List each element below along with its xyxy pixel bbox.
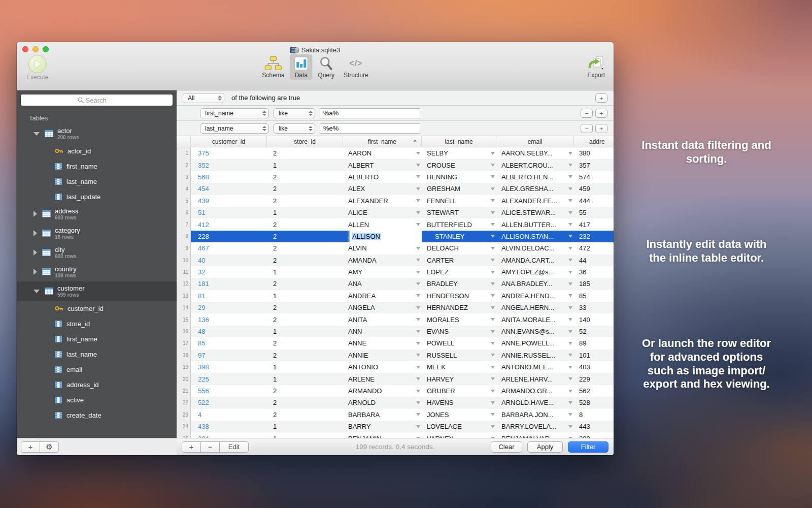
cell-dropdown-icon[interactable]	[491, 330, 495, 333]
cell-store-id[interactable]: 2	[267, 278, 343, 290]
cell-customer-id[interactable]: 375	[191, 147, 267, 159]
disclosure-triangle-icon[interactable]	[33, 269, 37, 275]
cell-address-id[interactable]: 229	[574, 373, 614, 385]
clear-button[interactable]: Clear	[491, 441, 522, 453]
filter-value-input[interactable]	[320, 123, 420, 134]
cell-dropdown-icon[interactable]	[416, 247, 420, 250]
cell-email[interactable]: AMANDA.CART...	[496, 255, 574, 266]
cell-address-id[interactable]: 459	[574, 183, 614, 195]
cell-address-id[interactable]: 443	[574, 421, 614, 432]
cell-first-name[interactable]: ANN	[343, 326, 422, 337]
cell-email[interactable]: ANGELA.HERN...	[496, 302, 574, 313]
cell-customer-id[interactable]: 32	[191, 266, 267, 278]
cell-first-name[interactable]: ALEX	[343, 183, 422, 195]
cell-email[interactable]: ANDREA.HEND...	[496, 290, 574, 302]
table-row[interactable]: 23 4 2 BARBARA JONES BARBARA.JON... 8	[177, 409, 614, 421]
cell-last-name[interactable]: JONES	[422, 409, 496, 421]
cell-dropdown-icon[interactable]	[491, 342, 495, 345]
cell-dropdown-icon[interactable]	[416, 366, 420, 369]
cell-email[interactable]: ALBERT.CROU...	[496, 159, 574, 171]
cell-last-name[interactable]: VARNEY	[422, 432, 496, 438]
cell-email[interactable]: ALEX.GRESHA...	[496, 183, 574, 195]
cell-address-id[interactable]: 389	[574, 432, 614, 438]
cell-dropdown-icon[interactable]	[568, 259, 572, 262]
cell-last-name[interactable]: FENNELL	[422, 195, 496, 207]
cell-address-id[interactable]: 33	[574, 302, 614, 313]
cell-customer-id[interactable]: 181	[191, 278, 267, 290]
sidebar-column-item[interactable]: customer_id	[17, 301, 177, 316]
inline-cell-editor[interactable]: ALLISON	[349, 231, 422, 242]
cell-store-id[interactable]: 2	[267, 385, 343, 397]
cell-dropdown-icon[interactable]	[491, 377, 495, 380]
cell-first-name[interactable]: ALICE	[343, 207, 422, 218]
sidebar-settings-button[interactable]: ⚙	[40, 441, 59, 453]
table-row[interactable]: 7 412 2 ALLEN BUTTERFIELD ALLEN.BUTTER..…	[177, 218, 614, 230]
cell-dropdown-icon[interactable]	[491, 175, 495, 178]
cell-dropdown-icon[interactable]	[491, 354, 495, 357]
cell-customer-id[interactable]: 556	[191, 385, 267, 397]
cell-dropdown-icon[interactable]	[568, 425, 572, 428]
cell-store-id[interactable]: 2	[267, 147, 343, 159]
cell-dropdown-icon[interactable]	[568, 199, 572, 202]
cell-customer-id[interactable]: 439	[191, 195, 267, 207]
cell-first-name[interactable]: ALLEN	[343, 218, 422, 230]
cell-first-name[interactable]: AMY	[343, 266, 422, 278]
sidebar-table-item[interactable]: city 600 rows	[17, 243, 177, 262]
cell-first-name[interactable]: ARNOLD	[343, 397, 422, 408]
cell-customer-id[interactable]: 467	[191, 242, 267, 254]
cell-dropdown-icon[interactable]	[416, 294, 420, 297]
table-row[interactable]: 20 225 1 ARLENE HARVEY ARLENE.HARV... 22…	[177, 373, 614, 385]
sidebar-column-item[interactable]: email	[17, 362, 177, 377]
remove-rule-button[interactable]: −	[581, 124, 593, 133]
cell-dropdown-icon[interactable]	[491, 271, 495, 274]
remove-row-button[interactable]: −	[200, 441, 220, 453]
cell-last-name[interactable]: RUSSELL	[422, 350, 496, 361]
table-row[interactable]: 2 352 1 ALBERT CROUSE ALBERT.CROU... 357	[177, 159, 614, 171]
sidebar-table-item[interactable]: actor 200 rows	[17, 124, 177, 143]
cell-store-id[interactable]: 2	[267, 397, 343, 408]
cell-first-name[interactable]: BARBARA	[343, 409, 422, 421]
export-button[interactable]: Export	[584, 54, 608, 80]
cell-store-id[interactable]: 1	[267, 159, 343, 171]
add-rule-button[interactable]: +	[595, 109, 607, 118]
cell-dropdown-icon[interactable]	[568, 401, 572, 404]
cell-last-name[interactable]: HERNANDEZ	[422, 302, 496, 313]
table-row[interactable]: 9 467 2 ALVIN DELOACH ALVIN.DELOAC... 47…	[177, 242, 614, 254]
cell-email[interactable]: AMY.LOPEZ@s...	[496, 266, 574, 278]
sidebar-table-item[interactable]: country 109 rows	[17, 262, 177, 281]
sidebar-table-item[interactable]: customer 599 rows	[17, 281, 177, 301]
sidebar-column-item[interactable]: last_name	[17, 174, 177, 189]
cell-email[interactable]: BARBARA.JON...	[496, 409, 574, 421]
cell-dropdown-icon[interactable]	[416, 271, 420, 274]
field-dropdown[interactable]: last_name	[200, 123, 269, 134]
field-dropdown[interactable]: first_name	[200, 108, 269, 118]
cell-store-id[interactable]: 2	[267, 409, 343, 421]
cell-dropdown-icon[interactable]	[568, 211, 572, 214]
table-row[interactable]: 13 81 1 ANDREA HENDERSON ANDREA.HEND... …	[177, 290, 614, 302]
cell-first-name[interactable]: ALBERTO	[343, 171, 422, 183]
cell-dropdown-icon[interactable]	[491, 390, 495, 393]
cell-address-id[interactable]: 101	[574, 350, 614, 361]
table-row[interactable]: 10 40 2 AMANDA CARTER AMANDA.CART... 44	[177, 255, 614, 266]
cell-dropdown-icon[interactable]	[416, 282, 420, 285]
cell-last-name[interactable]: BUTTERFIELD	[422, 218, 496, 230]
cell-customer-id[interactable]: 81	[191, 290, 267, 302]
cell-last-name[interactable]: STANLEY	[422, 231, 496, 242]
query-button[interactable]: Query	[314, 54, 338, 80]
cell-store-id[interactable]: 1	[267, 421, 343, 432]
operator-dropdown[interactable]: like	[274, 108, 315, 118]
cell-first-name[interactable]: ARLENE	[343, 373, 422, 385]
cell-last-name[interactable]: SELBY	[422, 147, 496, 159]
filter-value-input[interactable]	[320, 108, 420, 118]
add-rule-button[interactable]: +	[595, 124, 607, 133]
cell-address-id[interactable]: 403	[574, 361, 614, 373]
cell-last-name[interactable]: MORALES	[422, 313, 496, 325]
cell-address-id[interactable]: 85	[574, 290, 614, 302]
table-row[interactable]: 19 398 1 ANTONIO MEEK ANTONIO.MEE... 403	[177, 361, 614, 373]
cell-dropdown-icon[interactable]	[416, 306, 420, 309]
cell-customer-id[interactable]: 97	[191, 350, 267, 361]
cell-address-id[interactable]: 574	[574, 171, 614, 183]
cell-last-name[interactable]: LOPEZ	[422, 266, 496, 278]
cell-email[interactable]: ALEXANDER.FE...	[496, 195, 574, 207]
cell-address-id[interactable]: 140	[574, 313, 614, 325]
